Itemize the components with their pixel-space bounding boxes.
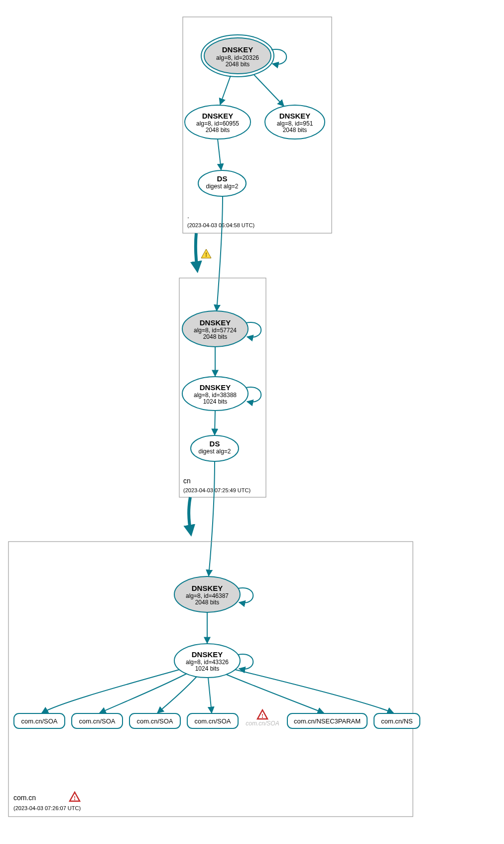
svg-text:!: ! bbox=[74, 795, 76, 802]
node-root-ksk: DNSKEY alg=8, id=20326 2048 bits bbox=[201, 35, 274, 77]
node-cn-ds: DS digest alg=2 bbox=[191, 435, 239, 461]
edge-rootds-cnksk bbox=[217, 196, 223, 311]
edge-zsk-r4 bbox=[208, 678, 212, 713]
svg-text:DNSKEY: DNSKEY bbox=[279, 112, 311, 120]
zone-root-name: . bbox=[187, 212, 189, 220]
svg-text:com.cn/SOA: com.cn/SOA bbox=[21, 717, 58, 725]
dnssec-diagram: . (2023-04-03 06:04:58 UTC) DNSKEY alg=8… bbox=[0, 0, 504, 844]
edge-zsk-r7 bbox=[235, 670, 393, 713]
edge-deleg-cn-comcn bbox=[189, 497, 191, 533]
edge-zsk-r6 bbox=[227, 675, 324, 713]
record-soa-4: com.cn/SOA bbox=[187, 713, 238, 728]
svg-text:DS: DS bbox=[210, 439, 220, 448]
svg-text:2048 bits: 2048 bits bbox=[203, 333, 228, 340]
record-soa-2: com.cn/SOA bbox=[72, 713, 123, 728]
svg-text:DNSKEY: DNSKEY bbox=[192, 650, 223, 659]
svg-text:com.cn/SOA: com.cn/SOA bbox=[195, 717, 231, 725]
node-cn-ksk: DNSKEY alg=8, id=57724 2048 bits bbox=[182, 311, 248, 347]
zone-comcn-name: com.cn bbox=[13, 794, 36, 802]
edge-cnzsk-cnds bbox=[215, 411, 215, 435]
svg-text:2048 bits: 2048 bits bbox=[195, 599, 220, 606]
svg-text:DS: DS bbox=[217, 174, 228, 183]
svg-text:com.cn/SOA: com.cn/SOA bbox=[137, 717, 173, 725]
error-icon: ! bbox=[257, 710, 267, 719]
svg-text:com.cn/SOA: com.cn/SOA bbox=[79, 717, 116, 725]
svg-text:alg=8, id=57724: alg=8, id=57724 bbox=[194, 327, 237, 334]
svg-text:digest alg=2: digest alg=2 bbox=[198, 448, 231, 455]
svg-text:com.cn/SOA: com.cn/SOA bbox=[246, 720, 279, 727]
error-icon: ! bbox=[70, 792, 80, 802]
svg-text:DNSKEY: DNSKEY bbox=[222, 45, 253, 54]
svg-text:1024 bits: 1024 bits bbox=[195, 665, 220, 672]
edge-rootksk-zsk1 bbox=[220, 76, 231, 105]
edge-rootzsk-ds bbox=[218, 139, 221, 170]
edge-rootksk-zsk2 bbox=[254, 75, 284, 106]
svg-text:alg=8, id=38388: alg=8, id=38388 bbox=[194, 392, 237, 399]
zone-root-timestamp: (2023-04-03 06:04:58 UTC) bbox=[187, 222, 254, 228]
svg-text:alg=8, id=46387: alg=8, id=46387 bbox=[186, 592, 229, 599]
record-ns: com.cn/NS bbox=[374, 713, 420, 728]
svg-text:com.cn/NSEC3PARAM: com.cn/NSEC3PARAM bbox=[294, 717, 361, 725]
svg-text:2048 bits: 2048 bits bbox=[283, 127, 307, 134]
svg-text:1024 bits: 1024 bits bbox=[203, 398, 228, 405]
svg-text:com.cn/NS: com.cn/NS bbox=[381, 717, 413, 725]
node-root-zsk2: DNSKEY alg=8, id=951 2048 bits bbox=[265, 105, 325, 139]
svg-text:DNSKEY: DNSKEY bbox=[200, 383, 231, 392]
svg-text:alg=8, id=20326: alg=8, id=20326 bbox=[216, 54, 259, 61]
zone-cn-name: cn bbox=[183, 477, 191, 485]
svg-text:alg=8, id=43326: alg=8, id=43326 bbox=[186, 659, 229, 666]
svg-text:DNSKEY: DNSKEY bbox=[202, 112, 234, 120]
zone-comcn-timestamp: (2023-04-03 07:26:07 UTC) bbox=[13, 805, 81, 811]
svg-text:DNSKEY: DNSKEY bbox=[192, 584, 223, 592]
svg-text:alg=8, id=951: alg=8, id=951 bbox=[277, 120, 313, 127]
edge-zsk-r3 bbox=[157, 677, 197, 713]
node-root-ds: DS digest alg=2 bbox=[198, 170, 246, 196]
svg-text:alg=8, id=60955: alg=8, id=60955 bbox=[196, 120, 239, 127]
node-root-zsk1: DNSKEY alg=8, id=60955 2048 bits bbox=[185, 105, 251, 139]
warning-icon: ! bbox=[201, 249, 211, 258]
svg-text:DNSKEY: DNSKEY bbox=[200, 318, 231, 327]
svg-text:2048 bits: 2048 bits bbox=[226, 61, 250, 68]
svg-text:digest alg=2: digest alg=2 bbox=[206, 183, 238, 190]
node-comcn-ksk: DNSKEY alg=8, id=46387 2048 bits bbox=[174, 576, 240, 612]
svg-text:!: ! bbox=[261, 712, 263, 719]
zone-cn-timestamp: (2023-04-03 07:25:49 UTC) bbox=[183, 487, 251, 493]
edge-cnds-comcnksk bbox=[209, 461, 215, 576]
svg-text:!: ! bbox=[205, 251, 207, 258]
node-comcn-zsk: DNSKEY alg=8, id=43326 1024 bits bbox=[174, 644, 240, 678]
node-cn-zsk: DNSKEY alg=8, id=38388 1024 bits bbox=[182, 377, 248, 411]
record-nsec3param: com.cn/NSEC3PARAM bbox=[287, 713, 367, 728]
record-soa-1: com.cn/SOA bbox=[14, 713, 65, 728]
record-soa-3: com.cn/SOA bbox=[129, 713, 180, 728]
record-soa-faded: com.cn/SOA bbox=[246, 720, 279, 727]
svg-text:2048 bits: 2048 bits bbox=[206, 127, 230, 134]
edge-zsk-r1 bbox=[42, 670, 179, 713]
edge-deleg-root-cn bbox=[196, 233, 197, 270]
